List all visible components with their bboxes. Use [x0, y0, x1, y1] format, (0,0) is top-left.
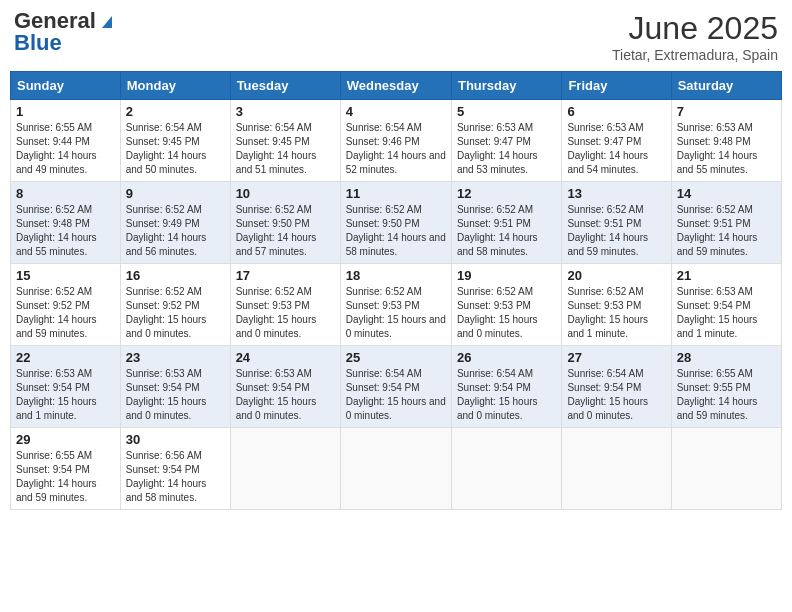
- cell-content: Sunrise: 6:53 AM Sunset: 9:54 PM Dayligh…: [677, 285, 776, 341]
- day-number: 10: [236, 186, 335, 201]
- day-number: 22: [16, 350, 115, 365]
- day-number: 11: [346, 186, 446, 201]
- table-row: 26 Sunrise: 6:54 AM Sunset: 9:54 PM Dayl…: [451, 346, 561, 428]
- day-number: 7: [677, 104, 776, 119]
- cell-content: Sunrise: 6:52 AM Sunset: 9:53 PM Dayligh…: [457, 285, 556, 341]
- cell-content: Sunrise: 6:52 AM Sunset: 9:48 PM Dayligh…: [16, 203, 115, 259]
- table-row: 21 Sunrise: 6:53 AM Sunset: 9:54 PM Dayl…: [671, 264, 781, 346]
- table-row: 19 Sunrise: 6:52 AM Sunset: 9:53 PM Dayl…: [451, 264, 561, 346]
- table-row: 29 Sunrise: 6:55 AM Sunset: 9:54 PM Dayl…: [11, 428, 121, 510]
- cell-content: Sunrise: 6:52 AM Sunset: 9:49 PM Dayligh…: [126, 203, 225, 259]
- day-number: 19: [457, 268, 556, 283]
- cell-content: Sunrise: 6:52 AM Sunset: 9:52 PM Dayligh…: [126, 285, 225, 341]
- table-row: 20 Sunrise: 6:52 AM Sunset: 9:53 PM Dayl…: [562, 264, 671, 346]
- table-row: 10 Sunrise: 6:52 AM Sunset: 9:50 PM Dayl…: [230, 182, 340, 264]
- cell-content: Sunrise: 6:55 AM Sunset: 9:55 PM Dayligh…: [677, 367, 776, 423]
- cell-content: Sunrise: 6:54 AM Sunset: 9:46 PM Dayligh…: [346, 121, 446, 177]
- cell-content: Sunrise: 6:53 AM Sunset: 9:54 PM Dayligh…: [126, 367, 225, 423]
- table-row: 1 Sunrise: 6:55 AM Sunset: 9:44 PM Dayli…: [11, 100, 121, 182]
- table-row: 2 Sunrise: 6:54 AM Sunset: 9:45 PM Dayli…: [120, 100, 230, 182]
- table-row: 7 Sunrise: 6:53 AM Sunset: 9:48 PM Dayli…: [671, 100, 781, 182]
- logo-blue-text: Blue: [14, 32, 62, 54]
- table-row: [451, 428, 561, 510]
- table-row: 5 Sunrise: 6:53 AM Sunset: 9:47 PM Dayli…: [451, 100, 561, 182]
- calendar-week-row: 8 Sunrise: 6:52 AM Sunset: 9:48 PM Dayli…: [11, 182, 782, 264]
- location-text: Tietar, Extremadura, Spain: [612, 47, 778, 63]
- cell-content: Sunrise: 6:52 AM Sunset: 9:53 PM Dayligh…: [236, 285, 335, 341]
- cell-content: Sunrise: 6:53 AM Sunset: 9:48 PM Dayligh…: [677, 121, 776, 177]
- day-number: 29: [16, 432, 115, 447]
- logo-icon: [98, 12, 116, 30]
- col-wednesday: Wednesday: [340, 72, 451, 100]
- table-row: [671, 428, 781, 510]
- table-row: 15 Sunrise: 6:52 AM Sunset: 9:52 PM Dayl…: [11, 264, 121, 346]
- table-row: 23 Sunrise: 6:53 AM Sunset: 9:54 PM Dayl…: [120, 346, 230, 428]
- table-row: 22 Sunrise: 6:53 AM Sunset: 9:54 PM Dayl…: [11, 346, 121, 428]
- cell-content: Sunrise: 6:52 AM Sunset: 9:51 PM Dayligh…: [677, 203, 776, 259]
- day-number: 6: [567, 104, 665, 119]
- table-row: 8 Sunrise: 6:52 AM Sunset: 9:48 PM Dayli…: [11, 182, 121, 264]
- cell-content: Sunrise: 6:52 AM Sunset: 9:50 PM Dayligh…: [346, 203, 446, 259]
- day-number: 3: [236, 104, 335, 119]
- day-number: 30: [126, 432, 225, 447]
- day-number: 18: [346, 268, 446, 283]
- calendar-week-row: 15 Sunrise: 6:52 AM Sunset: 9:52 PM Dayl…: [11, 264, 782, 346]
- table-row: 9 Sunrise: 6:52 AM Sunset: 9:49 PM Dayli…: [120, 182, 230, 264]
- table-row: 6 Sunrise: 6:53 AM Sunset: 9:47 PM Dayli…: [562, 100, 671, 182]
- day-number: 15: [16, 268, 115, 283]
- col-monday: Monday: [120, 72, 230, 100]
- calendar-week-row: 1 Sunrise: 6:55 AM Sunset: 9:44 PM Dayli…: [11, 100, 782, 182]
- table-row: 28 Sunrise: 6:55 AM Sunset: 9:55 PM Dayl…: [671, 346, 781, 428]
- cell-content: Sunrise: 6:54 AM Sunset: 9:54 PM Dayligh…: [567, 367, 665, 423]
- day-number: 17: [236, 268, 335, 283]
- cell-content: Sunrise: 6:52 AM Sunset: 9:51 PM Dayligh…: [567, 203, 665, 259]
- table-row: 4 Sunrise: 6:54 AM Sunset: 9:46 PM Dayli…: [340, 100, 451, 182]
- cell-content: Sunrise: 6:54 AM Sunset: 9:54 PM Dayligh…: [457, 367, 556, 423]
- cell-content: Sunrise: 6:52 AM Sunset: 9:50 PM Dayligh…: [236, 203, 335, 259]
- day-number: 4: [346, 104, 446, 119]
- day-number: 28: [677, 350, 776, 365]
- calendar-week-row: 29 Sunrise: 6:55 AM Sunset: 9:54 PM Dayl…: [11, 428, 782, 510]
- day-number: 5: [457, 104, 556, 119]
- title-block: June 2025 Tietar, Extremadura, Spain: [612, 10, 778, 63]
- cell-content: Sunrise: 6:55 AM Sunset: 9:44 PM Dayligh…: [16, 121, 115, 177]
- day-number: 13: [567, 186, 665, 201]
- day-number: 26: [457, 350, 556, 365]
- cell-content: Sunrise: 6:54 AM Sunset: 9:54 PM Dayligh…: [346, 367, 446, 423]
- cell-content: Sunrise: 6:52 AM Sunset: 9:53 PM Dayligh…: [346, 285, 446, 341]
- day-number: 9: [126, 186, 225, 201]
- cell-content: Sunrise: 6:55 AM Sunset: 9:54 PM Dayligh…: [16, 449, 115, 505]
- month-title: June 2025: [612, 10, 778, 47]
- cell-content: Sunrise: 6:56 AM Sunset: 9:54 PM Dayligh…: [126, 449, 225, 505]
- col-friday: Friday: [562, 72, 671, 100]
- day-number: 14: [677, 186, 776, 201]
- col-saturday: Saturday: [671, 72, 781, 100]
- cell-content: Sunrise: 6:52 AM Sunset: 9:52 PM Dayligh…: [16, 285, 115, 341]
- table-row: 18 Sunrise: 6:52 AM Sunset: 9:53 PM Dayl…: [340, 264, 451, 346]
- day-number: 16: [126, 268, 225, 283]
- logo-general-text: General: [14, 10, 96, 32]
- table-row: 25 Sunrise: 6:54 AM Sunset: 9:54 PM Dayl…: [340, 346, 451, 428]
- table-row: 24 Sunrise: 6:53 AM Sunset: 9:54 PM Dayl…: [230, 346, 340, 428]
- day-number: 21: [677, 268, 776, 283]
- table-row: [230, 428, 340, 510]
- day-number: 2: [126, 104, 225, 119]
- cell-content: Sunrise: 6:53 AM Sunset: 9:54 PM Dayligh…: [16, 367, 115, 423]
- table-row: 12 Sunrise: 6:52 AM Sunset: 9:51 PM Dayl…: [451, 182, 561, 264]
- table-row: 16 Sunrise: 6:52 AM Sunset: 9:52 PM Dayl…: [120, 264, 230, 346]
- day-number: 12: [457, 186, 556, 201]
- day-number: 25: [346, 350, 446, 365]
- day-number: 20: [567, 268, 665, 283]
- cell-content: Sunrise: 6:53 AM Sunset: 9:54 PM Dayligh…: [236, 367, 335, 423]
- page-header: General Blue June 2025 Tietar, Extremadu…: [10, 10, 782, 63]
- calendar-table: Sunday Monday Tuesday Wednesday Thursday…: [10, 71, 782, 510]
- table-row: 11 Sunrise: 6:52 AM Sunset: 9:50 PM Dayl…: [340, 182, 451, 264]
- col-tuesday: Tuesday: [230, 72, 340, 100]
- cell-content: Sunrise: 6:52 AM Sunset: 9:51 PM Dayligh…: [457, 203, 556, 259]
- svg-marker-0: [102, 16, 112, 28]
- day-number: 24: [236, 350, 335, 365]
- table-row: [562, 428, 671, 510]
- table-row: 17 Sunrise: 6:52 AM Sunset: 9:53 PM Dayl…: [230, 264, 340, 346]
- cell-content: Sunrise: 6:52 AM Sunset: 9:53 PM Dayligh…: [567, 285, 665, 341]
- table-row: 27 Sunrise: 6:54 AM Sunset: 9:54 PM Dayl…: [562, 346, 671, 428]
